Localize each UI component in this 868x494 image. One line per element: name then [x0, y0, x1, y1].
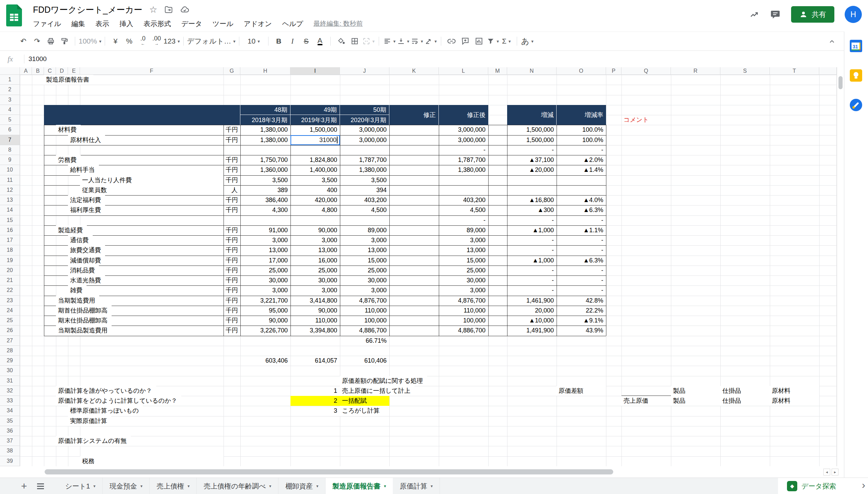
- cell-F12[interactable]: 従業員数: [80, 185, 224, 195]
- cell-F39[interactable]: 税務: [80, 456, 224, 466]
- grid-corner[interactable]: [0, 67, 20, 75]
- cell-G11[interactable]: 千円: [224, 175, 240, 185]
- cell-H18[interactable]: 13,000: [240, 245, 290, 255]
- cell-N8[interactable]: -: [507, 145, 557, 155]
- text-color-button[interactable]: A: [313, 34, 327, 48]
- cell-J16[interactable]: 89,000: [340, 225, 389, 235]
- cell-J20[interactable]: 25,000: [340, 266, 389, 275]
- explore-button[interactable]: ◆ データ探索: [787, 481, 836, 491]
- expand-panel-chevron-icon[interactable]: ›: [862, 479, 865, 491]
- menu-item-7[interactable]: アドオン: [244, 19, 272, 28]
- cell-D26[interactable]: 当期製品製造費用: [56, 326, 112, 336]
- cell-N15[interactable]: -: [507, 215, 557, 225]
- row-header-23[interactable]: 23: [0, 296, 20, 306]
- row-header-21[interactable]: 21: [0, 275, 20, 285]
- sheet-tab-menu-icon[interactable]: ▾: [187, 484, 190, 489]
- cell-G26[interactable]: 千円: [224, 326, 240, 336]
- keep-icon[interactable]: [850, 69, 862, 82]
- cell-E22[interactable]: 雑費: [68, 285, 87, 295]
- sheet-tab-4[interactable]: 棚卸資産▾: [278, 478, 326, 494]
- row-header-10[interactable]: 10: [0, 165, 20, 175]
- vertical-scrollbar-thumb[interactable]: [838, 76, 843, 89]
- row-header-12[interactable]: 12: [0, 185, 20, 195]
- cell-L19[interactable]: 15,000: [439, 256, 488, 266]
- column-header-T[interactable]: T: [770, 67, 819, 75]
- cell-N26[interactable]: 1,491,900: [507, 326, 557, 336]
- cell-D37[interactable]: 原価計算システムの有無: [56, 436, 131, 446]
- row-header-26[interactable]: 26: [0, 326, 20, 336]
- row-header-7[interactable]: 7: [0, 135, 20, 145]
- move-folder-icon[interactable]: [164, 5, 173, 14]
- cell-L23[interactable]: 4,876,700: [439, 296, 488, 306]
- fill-color-button[interactable]: [334, 34, 348, 48]
- cell-L17[interactable]: 3,000: [439, 235, 488, 245]
- cell-G24[interactable]: 千円: [224, 306, 240, 316]
- cell-J33[interactable]: 一括配賦: [340, 396, 389, 406]
- cell-R33[interactable]: 製品: [671, 396, 720, 406]
- format-currency-button[interactable]: ¥: [108, 34, 122, 48]
- cell-T33[interactable]: 原材料: [770, 396, 819, 406]
- cell-J34[interactable]: ころがし計算: [340, 406, 389, 416]
- cell-L6[interactable]: 3,000,000: [439, 125, 488, 135]
- cell-L24[interactable]: 110,000: [439, 306, 488, 316]
- cell-O14[interactable]: ▲6.3%: [557, 205, 606, 215]
- row-header-16[interactable]: 16: [0, 225, 20, 235]
- cell-D32[interactable]: 原価計算を誰がやっているのか？: [56, 386, 156, 396]
- table-header-cell[interactable]: 48期: [240, 105, 290, 115]
- cell-L8[interactable]: -: [439, 145, 488, 155]
- menu-item-5[interactable]: データ: [181, 19, 202, 28]
- document-title[interactable]: FDDワークシート_メーカー: [33, 4, 142, 15]
- increase-decimal-button[interactable]: .00→: [150, 34, 163, 48]
- cell-O9[interactable]: ▲2.0%: [557, 155, 606, 165]
- cell-L20[interactable]: 25,000: [439, 266, 488, 275]
- cell-I24[interactable]: 90,000: [290, 306, 340, 316]
- cell-O20[interactable]: -: [557, 266, 606, 275]
- row-header-35[interactable]: 35: [0, 416, 20, 426]
- sheet-tab-2[interactable]: 売上債権▾: [150, 478, 197, 494]
- table-header-cell[interactable]: 増減率: [557, 105, 606, 125]
- table-header-cell[interactable]: [44, 105, 240, 125]
- cell-D23[interactable]: 当期製造費用: [56, 296, 99, 306]
- row-header-6[interactable]: 6: [0, 125, 20, 135]
- cell-I13[interactable]: 420,000: [290, 195, 340, 205]
- cell-D25[interactable]: 期末仕掛品棚卸高: [56, 316, 112, 326]
- cell-N20[interactable]: -: [507, 266, 557, 275]
- table-header-cell[interactable]: 2019年3月期: [290, 115, 340, 125]
- cell-E19[interactable]: 減価償却費: [68, 256, 105, 266]
- input-tools-button[interactable]: あ▾: [521, 34, 534, 48]
- cell-O21[interactable]: -: [557, 275, 606, 285]
- cell-C1[interactable]: 製造原価報告書: [44, 75, 93, 85]
- column-header-F[interactable]: F: [80, 67, 224, 75]
- cell-J27[interactable]: 66.71%: [340, 336, 389, 346]
- cell-H9[interactable]: 1,750,700: [240, 155, 290, 165]
- cell-I33[interactable]: 2: [290, 396, 340, 406]
- cell-O16[interactable]: ▲1.1%: [557, 225, 606, 235]
- cell-O32[interactable]: 原価差額: [557, 386, 606, 396]
- borders-button[interactable]: [348, 34, 362, 48]
- row-header-22[interactable]: 22: [0, 285, 20, 295]
- cell-L25[interactable]: 100,000: [439, 316, 488, 326]
- cell-N19[interactable]: ▲1,000: [507, 256, 557, 266]
- cell-O24[interactable]: 22.2%: [557, 306, 606, 316]
- cell-Q5[interactable]: コメント: [621, 115, 671, 125]
- bold-button[interactable]: B: [272, 34, 286, 48]
- sheet-tab-0[interactable]: シート1▾: [58, 478, 103, 494]
- row-header-5[interactable]: 5: [0, 115, 20, 125]
- collapse-toolbar-icon[interactable]: [826, 36, 838, 47]
- cell-O18[interactable]: -: [557, 245, 606, 255]
- formula-input[interactable]: 31000: [28, 55, 47, 63]
- cell-H17[interactable]: 3,000: [240, 235, 290, 245]
- cell-G18[interactable]: 千円: [224, 245, 240, 255]
- cell-N14[interactable]: ▲300: [507, 205, 557, 215]
- row-header-38[interactable]: 38: [0, 446, 20, 456]
- cell-H6[interactable]: 1,380,000: [240, 125, 290, 135]
- menu-item-2[interactable]: 表示: [95, 19, 109, 28]
- cell-J24[interactable]: 110,000: [340, 306, 389, 316]
- sheet-tab-menu-icon[interactable]: ▾: [316, 484, 318, 489]
- cell-I21[interactable]: 30,000: [290, 275, 340, 285]
- cell-E20[interactable]: 消耗品費: [68, 266, 99, 275]
- column-header-D[interactable]: D: [56, 67, 68, 75]
- row-header-29[interactable]: 29: [0, 356, 20, 366]
- filter-button[interactable]: ▾: [486, 34, 500, 48]
- column-header-R[interactable]: R: [671, 67, 720, 75]
